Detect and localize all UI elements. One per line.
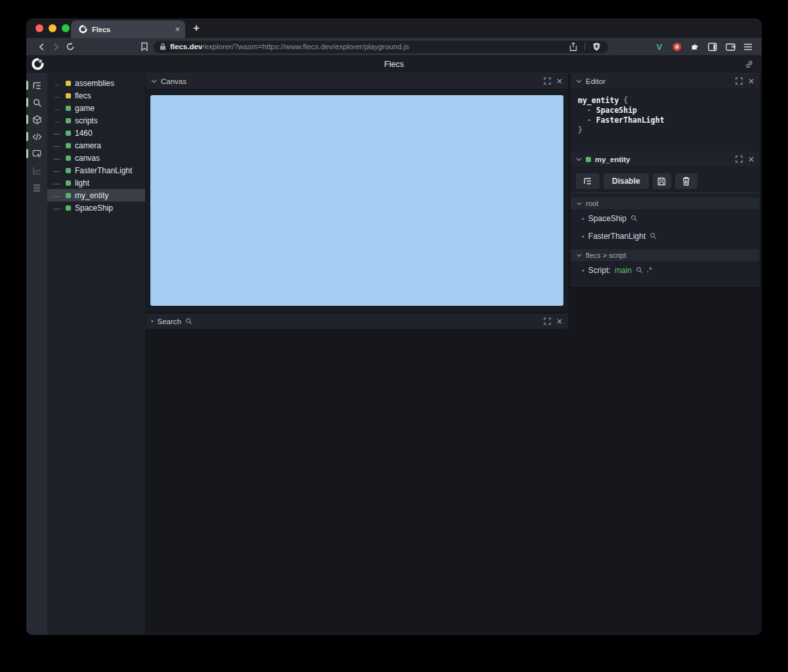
- delete-trash-icon[interactable]: [675, 173, 697, 189]
- new-tab-button[interactable]: +: [193, 22, 200, 35]
- component-section: root • SpaceShip • FasterThanLight: [571, 198, 760, 245]
- adblock-icon[interactable]: [671, 41, 683, 52]
- tree-item[interactable]: → flecs: [47, 89, 145, 102]
- share-icon[interactable]: [567, 41, 579, 52]
- tree-item-label: my_entity: [75, 191, 108, 200]
- component-label: SpaceShip: [588, 214, 626, 223]
- tree-outline-icon[interactable]: [26, 77, 47, 94]
- entity-type-square: [66, 118, 71, 123]
- tree-item[interactable]: → assemblies: [47, 77, 145, 89]
- search-icon[interactable]: [26, 94, 47, 111]
- tree-item-label: canvas: [75, 154, 100, 163]
- chevron-down-icon[interactable]: [576, 78, 582, 84]
- vue-devtools-icon[interactable]: V: [653, 41, 665, 52]
- tree-item[interactable]: — my_entity: [47, 189, 145, 201]
- entity-type-square: [66, 168, 71, 173]
- minimize-window-button[interactable]: [49, 24, 56, 32]
- chevron-down-icon[interactable]: [577, 253, 582, 258]
- tree-item-connector: —: [53, 179, 62, 187]
- url-path: /explorer/?wasm=https://www.flecs.dev/ex…: [202, 43, 409, 51]
- fullscreen-icon[interactable]: [735, 156, 743, 163]
- extensions-puzzle-icon[interactable]: [689, 41, 701, 52]
- entity-type-square: [66, 205, 71, 211]
- tree-item-connector: —: [53, 129, 62, 137]
- tree-item[interactable]: — SpaceShip: [47, 201, 145, 214]
- code-icon[interactable]: [26, 128, 47, 145]
- traffic-lights: [26, 24, 70, 32]
- component-row[interactable]: • FasterThanLight: [571, 227, 760, 245]
- fullscreen-icon[interactable]: [735, 77, 743, 85]
- save-icon[interactable]: [653, 173, 671, 189]
- brave-shield-icon[interactable]: [590, 41, 602, 52]
- tree-item-label: light: [75, 178, 89, 188]
- stats-chart-icon[interactable]: [26, 162, 47, 179]
- tree-item-connector: →: [53, 104, 62, 112]
- code-editor[interactable]: my_entity { - SpaceShip - FasterThanLigh…: [571, 89, 760, 152]
- main-area: Canvas ✕ • Search: [145, 74, 762, 635]
- component-section: flecs > script • Script: main .*: [571, 249, 760, 279]
- journal-rows-icon[interactable]: [26, 179, 47, 196]
- sidebar-toggle-icon[interactable]: [707, 41, 718, 52]
- query-magnifier-icon[interactable]: [649, 232, 657, 240]
- component-row[interactable]: • Script: main .*: [571, 261, 760, 279]
- tree-item[interactable]: — FasterThanLight: [47, 164, 145, 177]
- tab-close-icon[interactable]: ×: [175, 25, 180, 33]
- tree-item[interactable]: — 1460: [47, 127, 145, 139]
- divider: [571, 192, 760, 193]
- chevron-down-icon[interactable]: [577, 201, 582, 206]
- close-panel-icon[interactable]: ✕: [748, 156, 755, 163]
- tree-item[interactable]: — camera: [47, 139, 145, 152]
- search-panel-title: Search: [158, 318, 181, 326]
- entity-panel-header[interactable]: my_entity ✕: [571, 152, 760, 167]
- menu-hamburger-icon[interactable]: [742, 41, 754, 52]
- search-panel-header[interactable]: • Search ✕: [146, 314, 568, 329]
- section-title: root: [586, 200, 598, 207]
- forward-button[interactable]: [49, 39, 63, 54]
- close-panel-icon[interactable]: ✕: [556, 77, 563, 85]
- close-window-button[interactable]: [35, 24, 43, 32]
- search-panel: • Search ✕: [146, 314, 568, 329]
- back-button[interactable]: [34, 39, 49, 54]
- wallet-icon[interactable]: [724, 41, 736, 52]
- query-magnifier-icon[interactable]: [636, 266, 643, 274]
- chevron-down-icon[interactable]: [576, 156, 582, 162]
- tab-title: Flecs: [92, 26, 170, 33]
- maximize-window-button[interactable]: [62, 24, 70, 32]
- flecs-favicon-icon: [79, 25, 87, 33]
- section-header[interactable]: root: [571, 198, 760, 209]
- tree-item-connector: —: [53, 167, 62, 175]
- show-in-tree-icon[interactable]: [576, 173, 600, 189]
- query-magnifier-icon[interactable]: [630, 215, 638, 222]
- tree-item-connector: —: [53, 154, 62, 162]
- canvas-panel: Canvas ✕: [146, 74, 568, 311]
- bookmark-icon[interactable]: [141, 42, 148, 51]
- tree-item[interactable]: → scripts: [47, 114, 145, 127]
- editor-panel-header[interactable]: Editor ✕: [571, 74, 760, 89]
- page-title: Flecs: [26, 60, 762, 69]
- inspect-icon[interactable]: [26, 145, 47, 162]
- chevron-down-icon[interactable]: [151, 78, 157, 84]
- close-panel-icon[interactable]: ✕: [556, 318, 563, 326]
- cube-icon[interactable]: [26, 111, 47, 128]
- close-panel-icon[interactable]: ✕: [748, 77, 755, 85]
- bullet-icon: •: [582, 232, 584, 240]
- component-label: Script:: [588, 266, 611, 275]
- tree-item-label: 1460: [75, 129, 93, 138]
- tree-item[interactable]: → game: [47, 102, 145, 114]
- canvas-panel-body: [146, 89, 568, 311]
- canvas-panel-title: Canvas: [161, 77, 186, 85]
- url-bar[interactable]: flecs.dev /explorer/?wasm=https://www.fl…: [154, 41, 608, 53]
- canvas-surface[interactable]: [150, 95, 563, 306]
- section-header[interactable]: flecs > script: [571, 249, 760, 261]
- tree-item[interactable]: — light: [47, 177, 145, 189]
- share-link-icon[interactable]: [745, 60, 754, 69]
- disable-button[interactable]: Disable: [603, 173, 649, 189]
- collapsed-dot-icon[interactable]: •: [151, 318, 154, 325]
- fullscreen-icon[interactable]: [544, 77, 551, 85]
- reload-button[interactable]: [63, 39, 77, 54]
- fullscreen-icon[interactable]: [544, 318, 551, 325]
- tree-item[interactable]: — canvas: [47, 152, 145, 164]
- component-row[interactable]: • SpaceShip: [571, 209, 760, 227]
- browser-tab[interactable]: Flecs ×: [71, 20, 185, 38]
- canvas-panel-header[interactable]: Canvas ✕: [146, 74, 568, 89]
